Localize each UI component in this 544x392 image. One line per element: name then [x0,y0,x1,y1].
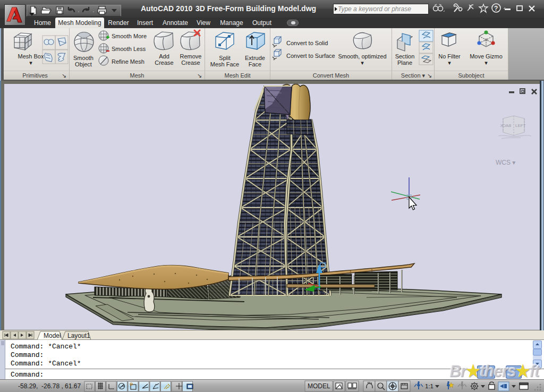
svg-text:?: ? [494,5,498,12]
svg-text:1:1: 1:1 [425,383,434,389]
svg-text:MODEL: MODEL [308,382,330,390]
svg-text:BACK: BACK [500,123,511,128]
svg-text:LEFT: LEFT [515,123,526,128]
svg-text:Layout1: Layout1 [67,332,90,339]
svg-text:Model: Model [44,332,61,339]
